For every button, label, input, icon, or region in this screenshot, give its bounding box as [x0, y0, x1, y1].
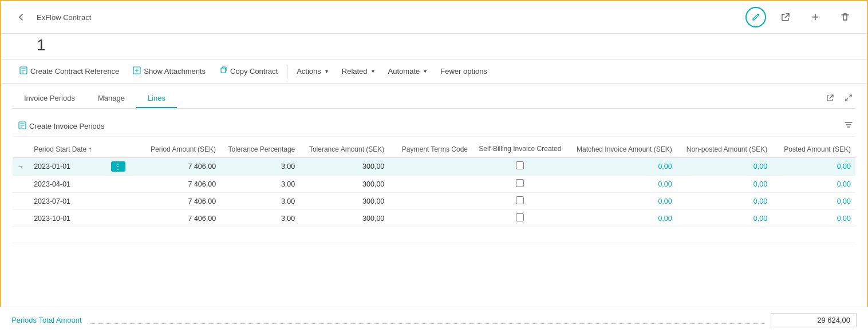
cell-tolerance-pct: 3,00: [220, 193, 299, 210]
cell-payment-terms: [389, 157, 472, 176]
cell-tolerance-pct: 3,00: [220, 210, 299, 227]
cell-non-posted: 0,00: [677, 193, 772, 210]
svg-rect-2: [221, 68, 226, 73]
cell-non-posted: 0,00: [677, 176, 772, 193]
footer-dots: [88, 317, 765, 324]
col-tolerance-pct[interactable]: Tolerance Percentage: [220, 141, 299, 157]
periods-total-value: 29 624,00: [771, 313, 857, 327]
tab-expand-icon[interactable]: [842, 91, 855, 107]
row-arrow: [13, 176, 29, 193]
cell-posted-amount: 0,00: [772, 157, 855, 176]
empty-row: [13, 227, 855, 243]
cell-period-amount: 7 406,00: [131, 176, 220, 193]
create-invoice-periods-button[interactable]: Create Invoice Periods: [13, 119, 111, 133]
col-period-amount[interactable]: Period Amount (SEK): [131, 141, 220, 157]
row-arrow: [13, 210, 29, 227]
cell-tolerance-pct: 3,00: [220, 176, 299, 193]
cell-self-billing[interactable]: [472, 210, 568, 227]
table-row[interactable]: 2023-04-017 406,003,00300,000,000,000,00: [13, 176, 855, 193]
cell-period-amount: 7 406,00: [131, 193, 220, 210]
context-dots[interactable]: ⋮: [111, 161, 125, 172]
tab-lines[interactable]: Lines: [136, 89, 177, 108]
col-context-menu: [106, 141, 131, 157]
row-arrow: →: [13, 157, 29, 176]
col-non-posted[interactable]: Non-posted Amount (SEK): [677, 141, 772, 157]
cell-context-menu: [106, 193, 131, 210]
col-posted-amount[interactable]: Posted Amount (SEK): [772, 141, 855, 157]
create-invoice-icon: [18, 121, 26, 131]
copy-contract-button[interactable]: Copy Contract: [212, 63, 285, 80]
col-matched-invoice[interactable]: Matched Invoice Amount (SEK): [568, 141, 677, 157]
cell-tolerance-amount: 300,00: [299, 176, 389, 193]
cell-matched-invoice: 0,00: [568, 193, 677, 210]
add-button[interactable]: +: [805, 7, 826, 27]
tab-open-icon[interactable]: [823, 91, 837, 107]
table-row[interactable]: →2023-01-01⋮7 406,003,00300,000,000,000,…: [13, 157, 855, 176]
sub-toolbar: Create Invoice Periods: [13, 116, 855, 137]
create-contract-ref-button[interactable]: Create Contract Reference: [13, 63, 126, 80]
self-billing-checkbox[interactable]: [516, 179, 524, 187]
cell-posted-amount: 0,00: [772, 176, 855, 193]
copy-icon: [219, 66, 227, 76]
cell-period-start-date: 2023-10-01: [29, 210, 106, 227]
col-period-start-date[interactable]: Period Start Date ↑: [29, 141, 106, 157]
cell-posted-amount: 0,00: [772, 210, 855, 227]
cell-matched-invoice: 0,00: [568, 210, 677, 227]
cell-context-menu[interactable]: ⋮: [106, 157, 131, 176]
cell-posted-amount: 0,00: [772, 193, 855, 210]
tab-invoice-periods[interactable]: Invoice Periods: [13, 89, 86, 108]
tab-actions: [823, 91, 855, 107]
toolbar: Create Contract Reference Show Attachmen…: [1, 59, 867, 84]
cell-period-start-date: 2023-07-01: [29, 193, 106, 210]
automate-button[interactable]: Automate: [381, 64, 434, 79]
col-tolerance-amount[interactable]: Tolerance Amount (SEK): [299, 141, 389, 157]
actions-button[interactable]: Actions: [290, 64, 335, 79]
col-self-billing[interactable]: Self-Billing Invoice Created: [472, 141, 568, 157]
cell-self-billing[interactable]: [472, 157, 568, 176]
record-id: 1: [1, 34, 867, 59]
periods-total-label: Periods Total Amount: [11, 316, 82, 324]
back-button[interactable]: [13, 9, 30, 26]
cell-payment-terms: [389, 210, 472, 227]
delete-button[interactable]: [835, 7, 855, 27]
related-button[interactable]: Related: [335, 64, 381, 79]
toolbar-divider: [287, 65, 287, 78]
self-billing-checkbox[interactable]: [516, 196, 524, 204]
filter-button[interactable]: [842, 118, 855, 134]
cell-non-posted: 0,00: [677, 157, 772, 176]
cell-matched-invoice: 0,00: [568, 176, 677, 193]
table-body: →2023-01-01⋮7 406,003,00300,000,000,000,…: [13, 157, 855, 243]
row-arrow: [13, 193, 29, 210]
cell-context-menu: [106, 176, 131, 193]
share-button[interactable]: [775, 7, 796, 27]
table-header-row: Period Start Date ↑ Period Amount (SEK) …: [13, 141, 855, 157]
col-arrow: [13, 141, 29, 157]
content-area: Invoice Periods Manage Lines: [1, 84, 867, 249]
cell-self-billing[interactable]: [472, 176, 568, 193]
col-payment-terms[interactable]: Payment Terms Code: [389, 141, 472, 157]
fewer-options-button[interactable]: Fewer options: [433, 64, 494, 79]
attachment-icon: [133, 66, 141, 76]
self-billing-checkbox[interactable]: [516, 161, 524, 169]
cell-period-start-date: 2023-04-01: [29, 176, 106, 193]
self-billing-checkbox[interactable]: [516, 213, 524, 221]
header-actions: +: [745, 7, 855, 27]
sub-toolbar-left: Create Invoice Periods: [13, 119, 111, 133]
data-table: Period Start Date ↑ Period Amount (SEK) …: [13, 141, 855, 243]
show-attachments-button[interactable]: Show Attachments: [126, 63, 212, 80]
page-header: ExFlow Contract +: [1, 1, 867, 34]
cell-tolerance-amount: 300,00: [299, 157, 389, 176]
cell-self-billing[interactable]: [472, 193, 568, 210]
cell-non-posted: 0,00: [677, 210, 772, 227]
cell-context-menu: [106, 210, 131, 227]
cell-payment-terms: [389, 176, 472, 193]
cell-tolerance-pct: 3,00: [220, 157, 299, 176]
edit-button[interactable]: [745, 7, 766, 27]
tab-manage[interactable]: Manage: [86, 89, 136, 108]
table-row[interactable]: 2023-07-017 406,003,00300,000,000,000,00: [13, 193, 855, 210]
page-title: ExFlow Contract: [37, 13, 739, 22]
cell-tolerance-amount: 300,00: [299, 193, 389, 210]
table-row[interactable]: 2023-10-017 406,003,00300,000,000,000,00: [13, 210, 855, 227]
cell-period-amount: 7 406,00: [131, 157, 220, 176]
cell-tolerance-amount: 300,00: [299, 210, 389, 227]
